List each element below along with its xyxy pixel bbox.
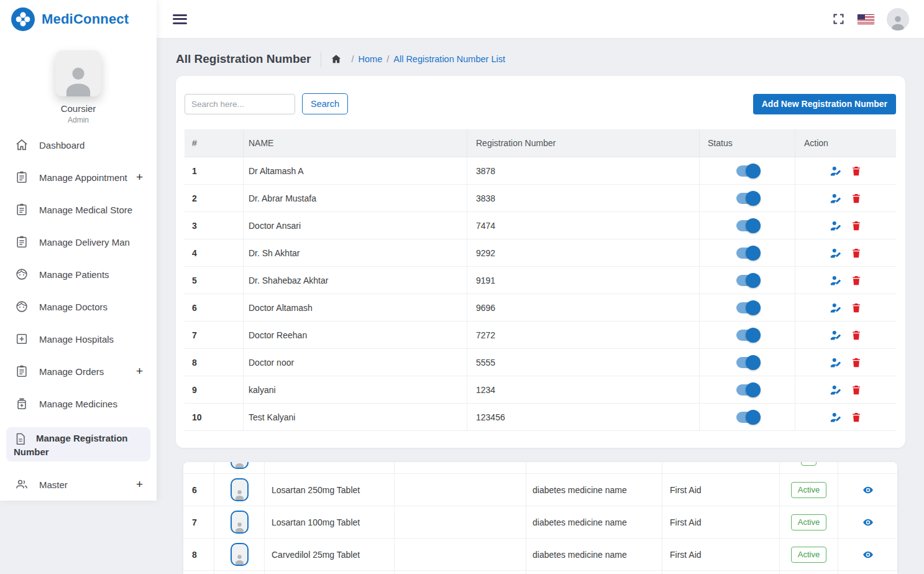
fullscreen-icon[interactable] xyxy=(832,12,845,25)
breadcrumb-current[interactable]: All Registration Number List xyxy=(393,54,505,64)
row-number: 6 xyxy=(183,474,214,506)
registration-number: 3878 xyxy=(467,157,700,185)
sidebar: MediConnect Coursier Admin Dashboard Man… xyxy=(0,0,157,501)
status-toggle[interactable] xyxy=(736,357,759,368)
table-row: 8 Carvedilol 25mg Tablet diabetes medici… xyxy=(183,539,897,571)
trash-icon[interactable] xyxy=(851,302,862,313)
sidebar-item-manage-patients[interactable]: Manage Patients xyxy=(0,258,157,290)
user-edit-icon[interactable] xyxy=(830,412,841,423)
table-row: 2 Dr. Abrar Mustafa 3838 xyxy=(185,185,896,212)
status-toggle[interactable] xyxy=(736,412,759,423)
user-edit-icon[interactable] xyxy=(830,330,841,341)
header-num: # xyxy=(185,129,244,157)
table-row: 3 Doctor Ansari 7474 xyxy=(185,212,896,239)
user-edit-icon[interactable] xyxy=(830,275,841,286)
trash-icon[interactable] xyxy=(851,248,862,259)
row-number: 1 xyxy=(185,157,244,185)
registration-number: 3838 xyxy=(467,185,700,212)
user-edit-icon[interactable] xyxy=(830,302,841,313)
breadcrumb-home-link[interactable]: Home xyxy=(359,54,383,64)
medicine-card: 6 Losartan 250mg Tablet diabetes medicin… xyxy=(183,462,897,574)
profile-section: Coursier Admin xyxy=(0,50,157,124)
sidebar-item-manage-delivery-man[interactable]: Manage Delivery Man xyxy=(0,226,157,258)
row-number: 6 xyxy=(185,294,244,322)
sidebar-item-manage-medicines[interactable]: Manage Medicines xyxy=(0,387,157,420)
trash-icon[interactable] xyxy=(851,275,862,286)
sidebar-item-manage-registration-number[interactable]: Manage Registration Number xyxy=(6,427,150,461)
trash-icon[interactable] xyxy=(851,193,862,204)
trash-icon[interactable] xyxy=(851,330,862,341)
status-toggle[interactable] xyxy=(736,302,759,313)
eye-icon[interactable] xyxy=(862,517,874,528)
user-edit-icon[interactable] xyxy=(830,220,841,231)
registration-number: 5555 xyxy=(467,349,700,376)
user-edit-icon[interactable] xyxy=(830,193,841,204)
doctor-name: Dr Altamash A xyxy=(244,157,467,185)
page-title: All Registration Number xyxy=(176,52,311,66)
main-content: All Registration Number / Home / All Reg… xyxy=(157,39,924,574)
search-input[interactable] xyxy=(185,94,295,114)
sidebar-item-manage-medical-store[interactable]: Manage Medical Store xyxy=(0,193,157,226)
medicine-image[interactable] xyxy=(231,543,249,566)
registration-number: 1234 xyxy=(467,376,700,404)
status-toggle[interactable] xyxy=(736,220,759,231)
status-badge xyxy=(801,462,817,466)
table-row-partial xyxy=(183,462,897,474)
medicine-category: First Aid xyxy=(662,506,780,539)
user-edit-icon[interactable] xyxy=(830,357,841,368)
row-number: 8 xyxy=(185,349,244,376)
search-button[interactable]: Search xyxy=(302,93,348,114)
medicine-image[interactable] xyxy=(231,511,249,534)
trash-icon[interactable] xyxy=(851,165,862,177)
user-edit-icon[interactable] xyxy=(830,248,841,259)
eye-icon[interactable] xyxy=(862,484,874,496)
sidebar-item-master[interactable]: Master + xyxy=(0,468,157,501)
status-toggle[interactable] xyxy=(736,384,759,396)
table-row: 10 Test Kalyani 123456 xyxy=(185,404,896,431)
hamburger-icon[interactable] xyxy=(173,14,187,24)
sidebar-item-label: Manage Hospitals xyxy=(39,334,114,345)
app-root: MediConnect Coursier Admin Dashboard Man… xyxy=(0,0,924,574)
sidebar-item-manage-doctors[interactable]: Manage Doctors xyxy=(0,290,157,323)
profile-role: Admin xyxy=(0,116,157,124)
sidebar-item-label: Manage Doctors xyxy=(39,302,107,312)
trash-icon[interactable] xyxy=(851,357,862,368)
medicine-image[interactable] xyxy=(231,462,249,469)
row-number: 3 xyxy=(185,212,244,239)
status-toggle[interactable] xyxy=(736,275,759,286)
us-flag-icon[interactable] xyxy=(858,14,874,24)
registration-number: 7272 xyxy=(467,322,700,349)
doctor-name: kalyani xyxy=(244,376,467,404)
status-toggle[interactable] xyxy=(736,248,759,259)
divider xyxy=(321,52,321,67)
registration-number: 123456 xyxy=(467,404,700,431)
eye-icon[interactable] xyxy=(862,549,874,560)
clipboard-icon xyxy=(15,364,29,378)
user-edit-icon[interactable] xyxy=(830,384,841,396)
status-toggle[interactable] xyxy=(736,165,759,177)
sidebar-item-manage-hospitals[interactable]: Manage Hospitals xyxy=(0,323,157,355)
table-row: 6 Losartan 250mg Tablet diabetes medicin… xyxy=(183,474,897,506)
topbar-actions xyxy=(832,8,909,30)
breadcrumb-separator: / xyxy=(387,54,389,64)
expand-plus-icon: + xyxy=(136,478,143,491)
trash-icon[interactable] xyxy=(851,412,862,423)
sidebar-item-label: Manage Registration Number xyxy=(14,433,128,457)
status-toggle[interactable] xyxy=(736,330,759,341)
sidebar-item-manage-orders[interactable]: Manage Orders + xyxy=(0,355,157,387)
breadcrumb: All Registration Number / Home / All Reg… xyxy=(176,51,905,67)
home-icon[interactable] xyxy=(331,53,342,65)
user-avatar[interactable] xyxy=(887,8,909,30)
trash-icon[interactable] xyxy=(851,220,862,231)
user-edit-icon[interactable] xyxy=(830,165,841,177)
sidebar-item-dashboard[interactable]: Dashboard xyxy=(0,129,157,161)
brand[interactable]: MediConnect xyxy=(0,0,157,39)
row-number: 10 xyxy=(185,404,244,431)
trash-icon[interactable] xyxy=(851,384,862,396)
medicine-image[interactable] xyxy=(231,478,249,501)
medicine-description: diabetes medicine name xyxy=(526,506,662,539)
add-registration-button[interactable]: Add New Registration Number xyxy=(753,94,896,114)
sidebar-item-manage-appointment[interactable]: Manage Appointment + xyxy=(0,161,157,193)
status-toggle[interactable] xyxy=(736,193,759,204)
table-row: 1 Dr Altamash A 3878 xyxy=(185,157,896,185)
